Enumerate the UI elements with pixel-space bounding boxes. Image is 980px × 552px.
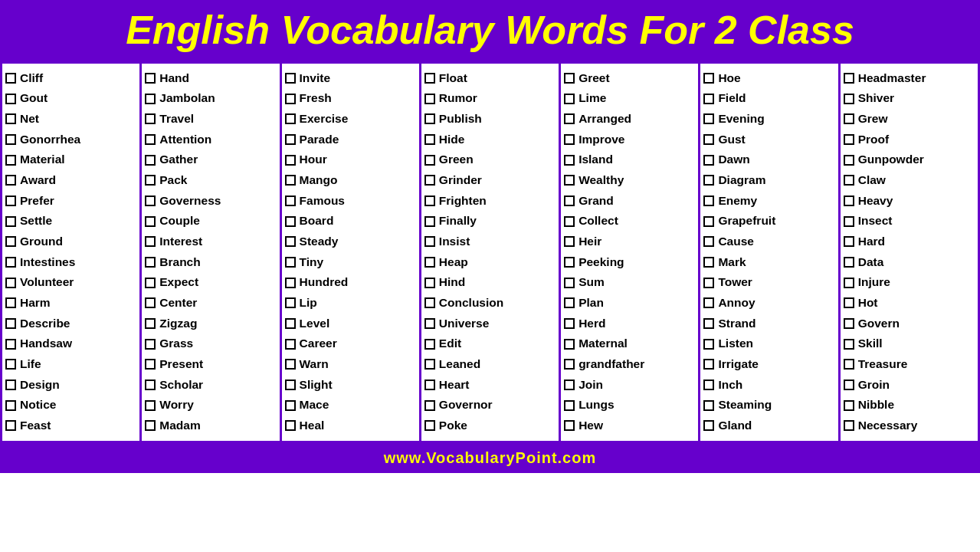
checkbox-icon[interactable] (703, 134, 714, 145)
list-item[interactable]: Gust (703, 130, 834, 150)
checkbox-icon[interactable] (285, 175, 296, 186)
list-item[interactable]: Couple (145, 211, 276, 232)
list-item[interactable]: Expect (145, 272, 276, 293)
checkbox-icon[interactable] (564, 94, 575, 104)
list-item[interactable]: Mango (285, 170, 416, 191)
list-item[interactable]: Groin (844, 375, 975, 396)
list-item[interactable]: Finally (424, 211, 556, 232)
list-item[interactable]: Insect (844, 211, 975, 232)
checkbox-icon[interactable] (285, 257, 296, 268)
checkbox-icon[interactable] (844, 339, 854, 350)
checkbox-icon[interactable] (145, 94, 156, 104)
checkbox-icon[interactable] (145, 278, 156, 288)
checkbox-icon[interactable] (844, 94, 854, 104)
list-item[interactable]: Gather (145, 150, 276, 170)
checkbox-icon[interactable] (5, 155, 16, 166)
checkbox-icon[interactable] (844, 216, 854, 227)
list-item[interactable]: Steady (285, 232, 416, 252)
list-item[interactable]: Material (5, 150, 136, 170)
list-item[interactable]: Travel (145, 109, 276, 130)
list-item[interactable]: Join (564, 375, 695, 396)
list-item[interactable]: Life (5, 354, 136, 375)
checkbox-icon[interactable] (145, 236, 156, 247)
checkbox-icon[interactable] (844, 236, 854, 247)
list-item[interactable]: Float (424, 68, 556, 89)
list-item[interactable]: Hoe (703, 68, 834, 89)
checkbox-icon[interactable] (424, 380, 435, 390)
list-item[interactable]: Heap (424, 252, 556, 273)
checkbox-icon[interactable] (844, 420, 854, 431)
checkbox-icon[interactable] (703, 400, 714, 411)
checkbox-icon[interactable] (424, 196, 435, 206)
checkbox-icon[interactable] (285, 196, 296, 206)
list-item[interactable]: Scholar (145, 375, 276, 396)
list-item[interactable]: Exercise (285, 109, 416, 130)
list-item[interactable]: Ground (5, 232, 136, 252)
list-item[interactable]: Grand (564, 191, 695, 212)
list-item[interactable]: Gonorrhea (5, 130, 136, 150)
list-item[interactable]: Conclusion (424, 293, 556, 314)
checkbox-icon[interactable] (424, 257, 435, 268)
checkbox-icon[interactable] (564, 134, 575, 145)
list-item[interactable]: Lip (285, 293, 416, 314)
list-item[interactable]: Irrigate (703, 354, 834, 375)
checkbox-icon[interactable] (5, 359, 16, 370)
checkbox-icon[interactable] (844, 155, 854, 166)
list-item[interactable]: Warn (285, 354, 416, 375)
checkbox-icon[interactable] (285, 400, 296, 411)
list-item[interactable]: Skill (844, 334, 975, 354)
list-item[interactable]: Enemy (703, 191, 834, 212)
checkbox-icon[interactable] (424, 73, 435, 84)
checkbox-icon[interactable] (424, 94, 435, 104)
checkbox-icon[interactable] (703, 216, 714, 227)
checkbox-icon[interactable] (844, 380, 854, 390)
checkbox-icon[interactable] (703, 257, 714, 268)
list-item[interactable]: Diagram (703, 170, 834, 191)
checkbox-icon[interactable] (424, 175, 435, 186)
list-item[interactable]: Herd (564, 314, 695, 334)
checkbox-icon[interactable] (145, 359, 156, 370)
list-item[interactable]: Cause (703, 232, 834, 252)
list-item[interactable]: Branch (145, 252, 276, 273)
checkbox-icon[interactable] (703, 175, 714, 186)
checkbox-icon[interactable] (285, 339, 296, 350)
list-item[interactable]: Grass (145, 334, 276, 354)
checkbox-icon[interactable] (145, 380, 156, 390)
list-item[interactable]: Madam (145, 416, 276, 436)
list-item[interactable]: Arranged (564, 109, 695, 130)
checkbox-icon[interactable] (145, 297, 156, 308)
checkbox-icon[interactable] (844, 134, 854, 145)
list-item[interactable]: grandfather (564, 354, 695, 375)
checkbox-icon[interactable] (564, 297, 575, 308)
list-item[interactable]: Invite (285, 68, 416, 89)
checkbox-icon[interactable] (564, 155, 575, 166)
list-item[interactable]: Grinder (424, 170, 556, 191)
list-item[interactable]: Describe (5, 314, 136, 334)
list-item[interactable]: Heavy (844, 191, 975, 212)
list-item[interactable]: Notice (5, 395, 136, 416)
list-item[interactable]: Maternal (564, 334, 695, 354)
list-item[interactable]: Leaned (424, 354, 556, 375)
checkbox-icon[interactable] (564, 113, 575, 124)
checkbox-icon[interactable] (703, 359, 714, 370)
list-item[interactable]: Treasure (844, 354, 975, 375)
list-item[interactable]: Insist (424, 232, 556, 252)
checkbox-icon[interactable] (703, 236, 714, 247)
list-item[interactable]: Necessary (844, 416, 975, 436)
list-item[interactable]: Sum (564, 272, 695, 293)
checkbox-icon[interactable] (145, 318, 156, 329)
list-item[interactable]: Shiver (844, 88, 975, 109)
list-item[interactable]: Hind (424, 272, 556, 293)
list-item[interactable]: Famous (285, 191, 416, 212)
checkbox-icon[interactable] (844, 297, 854, 308)
list-item[interactable]: Poke (424, 416, 556, 436)
checkbox-icon[interactable] (5, 216, 16, 227)
checkbox-icon[interactable] (5, 113, 16, 124)
checkbox-icon[interactable] (285, 94, 296, 104)
checkbox-icon[interactable] (5, 278, 16, 288)
list-item[interactable]: Island (564, 150, 695, 170)
checkbox-icon[interactable] (5, 318, 16, 329)
checkbox-icon[interactable] (424, 216, 435, 227)
checkbox-icon[interactable] (564, 216, 575, 227)
checkbox-icon[interactable] (424, 420, 435, 431)
